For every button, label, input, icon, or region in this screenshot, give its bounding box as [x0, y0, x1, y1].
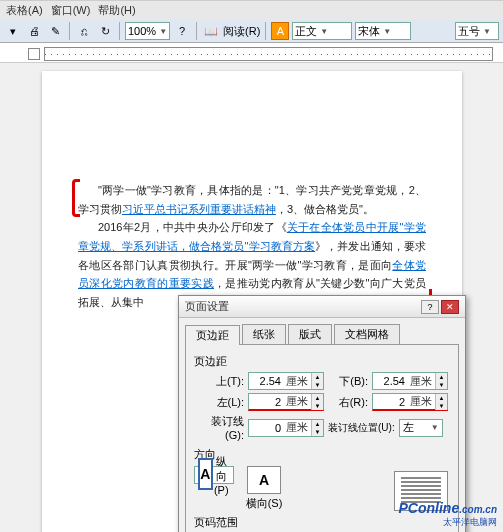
dialog-tabs: 页边距 纸张 版式 文档网格 — [185, 324, 459, 344]
unit: 厘米 — [407, 394, 435, 409]
help-icon[interactable]: ? — [173, 22, 191, 40]
right-spinner[interactable]: 厘米▲▼ — [372, 393, 448, 411]
help-button[interactable]: ? — [421, 300, 439, 314]
menu-window[interactable]: 窗口(W) — [51, 3, 91, 18]
ruler — [0, 45, 503, 63]
watermark-sub: 太平洋电脑网 — [399, 516, 497, 529]
paragraph-1: "两学一做"学习教育，具体指的是："1、学习共产党党章党规，2、学习贯彻习近平总… — [78, 181, 426, 218]
text: ，3、做合格党员"。 — [276, 203, 374, 215]
unit: 厘米 — [283, 394, 311, 409]
bottom-label: 下(B): — [328, 374, 368, 389]
tab-margin[interactable]: 页边距 — [185, 325, 240, 345]
toolbar-btn-4[interactable]: ⎌ — [75, 22, 93, 40]
landscape-label: 横向(S) — [244, 496, 284, 511]
separator — [119, 22, 120, 40]
zoom-value: 100% — [128, 25, 156, 37]
read-icon[interactable]: 📖 — [202, 22, 220, 40]
tab-paper[interactable]: 纸张 — [242, 324, 286, 344]
gutter-pos-select[interactable]: 左▼ — [399, 419, 443, 437]
document-area: "两学一做"学习教育，具体指的是："1、学习共产党党章党规，2、学习贯彻习近平总… — [0, 63, 503, 532]
orientation-portrait[interactable]: A纵向(P) — [194, 466, 234, 484]
close-button[interactable]: ✕ — [441, 300, 459, 314]
watermark-suffix: .com.cn — [459, 504, 497, 515]
ruler-tab-selector[interactable] — [28, 48, 40, 60]
toolbar-btn-3[interactable]: ✎ — [46, 22, 64, 40]
top-label: 上(T): — [194, 374, 244, 389]
dropdown-icon: ▼ — [159, 27, 167, 36]
gutter-label: 装订线(G): — [194, 414, 244, 441]
menu-table[interactable]: 表格(A) — [6, 3, 43, 18]
left-input[interactable] — [249, 396, 283, 408]
style-marker-icon[interactable]: A — [271, 22, 289, 40]
toolbar-btn-5[interactable]: ↻ — [96, 22, 114, 40]
watermark-logo: PConline.com.cn 太平洋电脑网 — [399, 500, 497, 529]
dropdown-icon: ▼ — [431, 423, 439, 432]
right-label: 右(R): — [328, 395, 368, 410]
fontsize-combo[interactable]: 五号▼ — [455, 22, 499, 40]
style-value: 正文 — [295, 24, 317, 39]
menu-help[interactable]: 帮助(H) — [98, 3, 135, 18]
dropdown-icon: ▼ — [383, 27, 391, 36]
spin-buttons[interactable]: ▲▼ — [311, 373, 323, 389]
toolbar-btn-1[interactable]: ▾ — [4, 22, 22, 40]
tab-layout[interactable]: 版式 — [288, 324, 332, 344]
dialog-title: 页面设置 — [185, 299, 419, 314]
unit: 厘米 — [283, 420, 311, 435]
style-combo[interactable]: 正文▼ — [292, 22, 352, 40]
spin-buttons[interactable]: ▲▼ — [435, 373, 447, 389]
dropdown-icon: ▼ — [320, 27, 328, 36]
top-spinner[interactable]: 厘米▲▼ — [248, 372, 324, 390]
zoom-combo[interactable]: 100%▼ — [125, 22, 170, 40]
orientation-landscape[interactable]: A横向(S) — [244, 466, 284, 511]
fontsize-value: 五号 — [458, 24, 480, 39]
left-label: 左(L): — [194, 395, 244, 410]
separator — [265, 22, 266, 40]
top-input[interactable] — [249, 375, 283, 387]
bottom-input[interactable] — [373, 375, 407, 387]
separator — [69, 22, 70, 40]
gutter-pos-label: 装订线位置(U): — [328, 421, 395, 435]
read-label[interactable]: 阅读(R) — [223, 24, 260, 39]
orient-section-label: 方向 — [194, 447, 450, 462]
unit: 厘米 — [407, 374, 435, 389]
portrait-label: 纵向(P) — [213, 454, 231, 496]
hyperlink[interactable]: 习近平总书记系列重要讲话精神 — [122, 203, 276, 215]
left-spinner[interactable]: 厘米▲▼ — [248, 393, 324, 411]
right-input[interactable] — [373, 396, 407, 408]
gutter-input[interactable] — [249, 422, 283, 434]
dropdown-icon: ▼ — [483, 27, 491, 36]
print-preview-icon[interactable]: 🖨 — [25, 22, 43, 40]
ruler-scale[interactable] — [44, 47, 493, 61]
page-setup-dialog: 页面设置 ? ✕ 页边距 纸张 版式 文档网格 页边距 上(T): 厘米▲▼ 下… — [178, 295, 466, 532]
unit: 厘米 — [283, 374, 311, 389]
font-combo[interactable]: 宋体▼ — [355, 22, 411, 40]
margins-section-label: 页边距 — [194, 354, 450, 369]
spin-buttons[interactable]: ▲▼ — [311, 420, 323, 436]
spin-buttons[interactable]: ▲▼ — [435, 394, 447, 410]
spin-buttons[interactable]: ▲▼ — [311, 394, 323, 410]
gutter-spinner[interactable]: 厘米▲▼ — [248, 419, 324, 437]
separator — [196, 22, 197, 40]
font-value: 宋体 — [358, 24, 380, 39]
text: 2016年2月，中共中央办公厅印发了《 — [98, 221, 287, 233]
tab-grid[interactable]: 文档网格 — [334, 324, 400, 344]
bottom-spinner[interactable]: 厘米▲▼ — [372, 372, 448, 390]
dialog-titlebar[interactable]: 页面设置 ? ✕ — [179, 296, 465, 318]
gutter-pos-value: 左 — [403, 420, 414, 435]
watermark-brand: PConline — [399, 500, 460, 516]
